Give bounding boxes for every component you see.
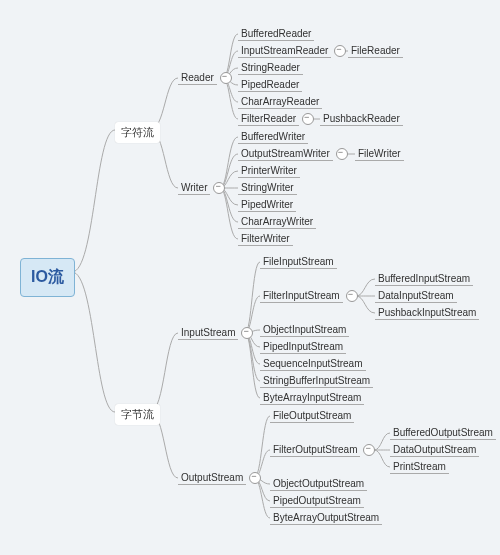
collapse-icon[interactable]	[346, 290, 358, 302]
printstream-node[interactable]: PrintStream	[390, 460, 449, 474]
fileinputstream-node[interactable]: FileInputStream	[260, 255, 337, 269]
filterinputstream-node[interactable]: FilterInputStream	[260, 289, 358, 303]
pipedreader-node[interactable]: PipedReader	[238, 78, 302, 92]
bytearrayinputstream-node[interactable]: ByteArrayInputStream	[260, 391, 364, 405]
filereader-node[interactable]: FileReader	[348, 44, 403, 58]
filteroutputstream-node[interactable]: FilterOutputStream	[270, 443, 375, 457]
bufferedinputstream-node[interactable]: BufferedInputStream	[375, 272, 473, 286]
collapse-icon[interactable]	[220, 72, 232, 84]
dataoutputstream-node[interactable]: DataOutputStream	[390, 443, 479, 457]
bytestream-node[interactable]: 字节流	[115, 404, 160, 425]
filterreader-node[interactable]: FilterReader	[238, 112, 314, 126]
pushbackreader-node[interactable]: PushbackReader	[320, 112, 403, 126]
pushbackinputstream-node[interactable]: PushbackInputStream	[375, 306, 479, 320]
filewriter-node[interactable]: FileWriter	[355, 147, 404, 161]
collapse-icon[interactable]	[302, 113, 314, 125]
collapse-icon[interactable]	[213, 182, 225, 194]
inputstreamreader-node[interactable]: InputStreamReader	[238, 44, 346, 58]
bytestream-label: 字节流	[115, 404, 160, 425]
charstream-node[interactable]: 字符流	[115, 122, 160, 143]
reader-label: Reader	[178, 71, 217, 85]
root-node[interactable]: IO流	[20, 258, 75, 297]
chararrayreader-node[interactable]: CharArrayReader	[238, 95, 322, 109]
writer-node[interactable]: Writer	[178, 181, 225, 195]
root-label: IO流	[20, 258, 75, 297]
objectoutputstream-node[interactable]: ObjectOutputStream	[270, 477, 367, 491]
stringbufferinputstream-node[interactable]: StringBufferInputStream	[260, 374, 373, 388]
collapse-icon[interactable]	[363, 444, 375, 456]
inputstream-node[interactable]: InputStream	[178, 326, 253, 340]
pipedoutputstream-node[interactable]: PipedOutputStream	[270, 494, 364, 508]
reader-node[interactable]: Reader	[178, 71, 232, 85]
inputstream-label: InputStream	[178, 326, 238, 340]
datainputstream-node[interactable]: DataInputStream	[375, 289, 457, 303]
filterwriter-node[interactable]: FilterWriter	[238, 232, 293, 246]
chararraywriter-node[interactable]: CharArrayWriter	[238, 215, 316, 229]
charstream-label: 字符流	[115, 122, 160, 143]
fileoutputstream-node[interactable]: FileOutputStream	[270, 409, 354, 423]
bytearrayoutputstream-node[interactable]: ByteArrayOutputStream	[270, 511, 382, 525]
collapse-icon[interactable]	[249, 472, 261, 484]
pipedwriter-node[interactable]: PipedWriter	[238, 198, 296, 212]
bufferedoutputstream-node[interactable]: BufferedOutputStream	[390, 426, 496, 440]
stringreader-node[interactable]: StringReader	[238, 61, 303, 75]
outputstream-label: OutputStream	[178, 471, 246, 485]
outputstreamwriter-node[interactable]: OutputStreamWriter	[238, 147, 348, 161]
collapse-icon[interactable]	[336, 148, 348, 160]
outputstream-node[interactable]: OutputStream	[178, 471, 261, 485]
stringwriter-node[interactable]: StringWriter	[238, 181, 297, 195]
sequenceinputstream-node[interactable]: SequenceInputStream	[260, 357, 366, 371]
bufferedreader-node[interactable]: BufferedReader	[238, 27, 314, 41]
pipedinputstream-node[interactable]: PipedInputStream	[260, 340, 346, 354]
printerwriter-node[interactable]: PrinterWriter	[238, 164, 300, 178]
collapse-icon[interactable]	[334, 45, 346, 57]
bufferedwriter-node[interactable]: BufferedWriter	[238, 130, 308, 144]
collapse-icon[interactable]	[241, 327, 253, 339]
writer-label: Writer	[178, 181, 210, 195]
objectinputstream-node[interactable]: ObjectInputStream	[260, 323, 349, 337]
